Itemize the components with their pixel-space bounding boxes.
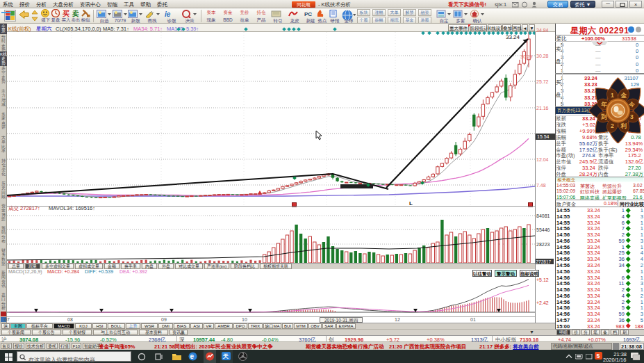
svg-text:年: 年 — [600, 101, 607, 108]
svg-text:利: 利 — [620, 122, 627, 129]
svg-text:5: 5 — [597, 353, 600, 360]
svg-text:金: 金 — [620, 92, 627, 99]
svg-text:30.29: 30.29 — [520, 54, 533, 59]
svg-text:e: e — [190, 353, 195, 360]
svg-text:33.24: 33.24 — [506, 34, 520, 40]
svg-text:2: 2 — [611, 122, 614, 129]
svg-text:天: 天 — [222, 353, 229, 360]
svg-text:1: 1 — [611, 92, 614, 99]
svg-text:3: 3 — [630, 113, 634, 120]
svg-text:到: 到 — [600, 113, 607, 120]
